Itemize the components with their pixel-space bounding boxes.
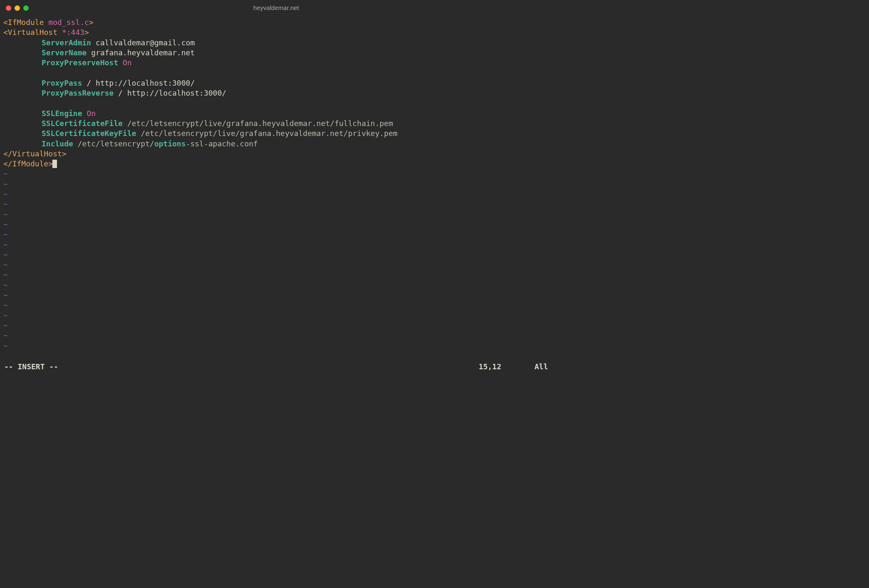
code-line: Include /etc/letsencrypt/options-ssl-apa… [3,139,549,149]
empty-line-tilde: ~ [3,240,549,250]
empty-line-tilde: ~ [3,230,549,240]
code-line: ServerAdmin callvaldemar@gmail.com [3,38,549,48]
code-line: ProxyPassReverse / http://localhost:3000… [3,88,549,98]
code-line: SSLCertificateFile /etc/letsencrypt/live… [3,119,549,128]
maximize-button[interactable] [23,5,29,11]
empty-line-tilde: ~ [3,189,549,199]
code-line: ProxyPass / http://localhost:3000/ [3,78,549,88]
cursor [52,160,57,168]
empty-line-tilde: ~ [3,250,549,260]
code-line: ServerName grafana.heyvaldemar.net [3,48,549,58]
code-line: </VirtualHost> [3,149,549,159]
empty-line-tilde: ~ [3,290,549,300]
empty-line-tilde: ~ [3,210,549,220]
empty-line-tilde: ~ [3,280,549,290]
empty-line-tilde: ~ [3,260,549,270]
empty-line-tilde: ~ [3,331,549,341]
view-indicator: All [534,362,548,372]
status-bar: -- INSERT -- 15,12 All [0,362,552,372]
code-line: <VirtualHost *:443> [3,27,549,37]
code-line [3,98,549,108]
code-line: SSLCertificateKeyFile /etc/letsencrypt/l… [3,128,549,138]
empty-line-tilde: ~ [3,300,549,310]
code-line: ProxyPreserveHost On [3,58,549,68]
traffic-lights [6,5,29,11]
empty-line-tilde: ~ [3,311,549,321]
title-bar: heyvaldemar.net [0,0,552,16]
empty-line-tilde: ~ [3,341,549,351]
code-line: SSLEngine On [3,109,549,119]
window-title: heyvaldemar.net [253,4,299,12]
code-line: </IfModule> [3,159,549,169]
empty-line-tilde: ~ [3,220,549,230]
editor-mode: -- INSERT -- [4,362,58,372]
close-button[interactable] [6,5,11,11]
code-line: <IfModule mod_ssl.c> [3,17,549,27]
editor-area[interactable]: <IfModule mod_ssl.c> <VirtualHost *:443>… [0,16,552,351]
empty-line-tilde: ~ [3,270,549,280]
code-line [3,68,549,78]
empty-line-tilde: ~ [3,321,549,331]
minimize-button[interactable] [15,5,20,11]
empty-line-tilde: ~ [3,179,549,189]
cursor-position: 15,12 [479,362,501,372]
empty-line-tilde: ~ [3,199,549,209]
empty-line-tilde: ~ [3,169,549,179]
